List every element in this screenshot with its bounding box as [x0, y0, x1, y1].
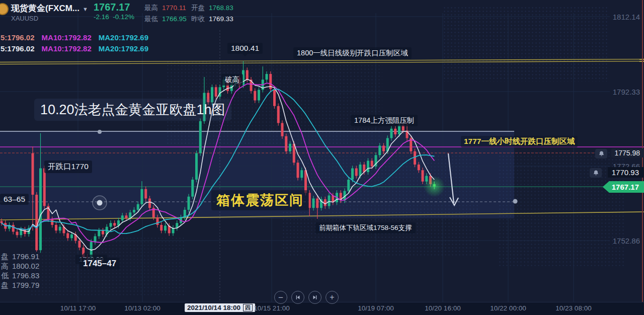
stat-开盘: 开盘1768.83 — [191, 4, 233, 13]
chevron-down-icon: ▼ — [83, 6, 88, 12]
annotation-high-marker: 1800.41 — [227, 43, 263, 54]
alert-bell-icon[interactable] — [590, 168, 602, 178]
stat-最低: 最低1766.95 — [144, 15, 187, 24]
annotation-gap-1770[interactable]: 开跌口1770 — [44, 161, 92, 173]
drawing-handle[interactable] — [98, 130, 102, 134]
ma-legend-row2: 5:1796.02MA10:1792.82MA20:1792.69 — [1, 44, 155, 53]
ma-value: 5:1796.02 — [1, 33, 35, 42]
time-axis[interactable]: 10/11 17:0010/13 02:002021/10/14 18:00四1… — [0, 302, 644, 315]
annotation-chart-title[interactable]: 10.20法老点金黄金亚欧盘1h图 — [34, 99, 231, 121]
annotation-zone-1800[interactable]: 1800一线日线级别开跌口压制区域 — [293, 47, 412, 59]
ohlc-readout-row: 盘1796.91 — [1, 252, 39, 262]
annotation-zone-1777[interactable]: 1777一线小时线开跌口压制区域 — [461, 136, 578, 147]
annotation-break-high[interactable]: 破高 — [221, 74, 243, 86]
price-axis-label: 1792.33 — [613, 88, 640, 96]
annotation-low-label[interactable]: 1745–47 — [79, 258, 120, 270]
symbol-code: XAUUSD — [11, 15, 38, 22]
drawing-handle[interactable] — [513, 199, 518, 204]
quote-header: 现货黄金(FXCM...▼ XAUUSD 1767.17 -2.16 -0.12… — [0, 0, 644, 29]
annotation-res-1784[interactable]: 1784上方强阻压制 — [351, 115, 418, 126]
ma-value: MA10:1792.82 — [42, 44, 92, 53]
price-change: -2.16 -0.12% — [94, 13, 134, 21]
trading-app-window: { "header": { "symbol": "现货黄金(FXCM...", … — [0, 0, 644, 315]
ohlc-readout-row: 盘1799.79 — [1, 281, 39, 290]
alert-price-label[interactable]: 1770.93 — [608, 167, 644, 178]
symbol-selector[interactable]: 现货黄金(FXCM...▼ — [11, 3, 88, 14]
annotation-box-range[interactable]: 箱体震荡区间 — [211, 190, 309, 210]
drawing-handle-dot[interactable] — [97, 200, 103, 206]
current-price-tag[interactable]: 1767.17 — [603, 181, 644, 193]
annotation-support-1758[interactable]: 前期箱体下轨区域1758-56支撑 — [315, 222, 416, 233]
time-axis-label: 10/11 17:00 — [60, 304, 96, 312]
annotation-left-63-65: 63–65 — [0, 194, 29, 205]
ohlc-readout-row: 高1800.02 — [1, 262, 39, 271]
ma-value: 5:1796.02 — [1, 44, 35, 53]
stat-昨收: 昨收1769.33 — [191, 15, 233, 24]
ma-value: MA10:1792.82 — [42, 33, 92, 42]
zoom-out-button[interactable]: − — [274, 291, 287, 304]
ma-legend-row1: 5:1796.02MA10:1792.82MA20:1792.69 — [1, 33, 155, 42]
ma-value: MA20:1792.69 — [99, 33, 148, 42]
price-axis-label: 1752.86 — [613, 237, 640, 245]
skip-start-button[interactable] — [291, 291, 304, 304]
alert-price-label[interactable]: 1775.98 — [611, 148, 644, 158]
time-axis-label: 10/20 16:00 — [425, 304, 460, 312]
time-axis-label: 10/15 21:00 — [254, 304, 289, 312]
ohlc-readout-row: 低1796.83 — [1, 271, 39, 281]
time-axis-label-selected: 2021/10/14 18:00四 — [185, 303, 255, 312]
zoom-in-button[interactable]: + — [326, 291, 339, 304]
time-axis-label: 10/22 00:00 — [490, 304, 526, 312]
time-axis-label: 10/13 02:00 — [124, 304, 160, 312]
ma-value: MA20:1792.69 — [99, 44, 148, 53]
time-axis-label: 10/19 07:00 — [358, 304, 393, 312]
last-price: 1767.17 — [94, 2, 130, 13]
stat-最高: 最高1770.11 — [144, 4, 186, 13]
gold-coin-icon — [0, 3, 9, 15]
alert-bell-icon[interactable] — [595, 149, 607, 159]
time-axis-label: 10/23 08:00 — [555, 304, 591, 312]
skip-end-button[interactable] — [308, 291, 321, 304]
